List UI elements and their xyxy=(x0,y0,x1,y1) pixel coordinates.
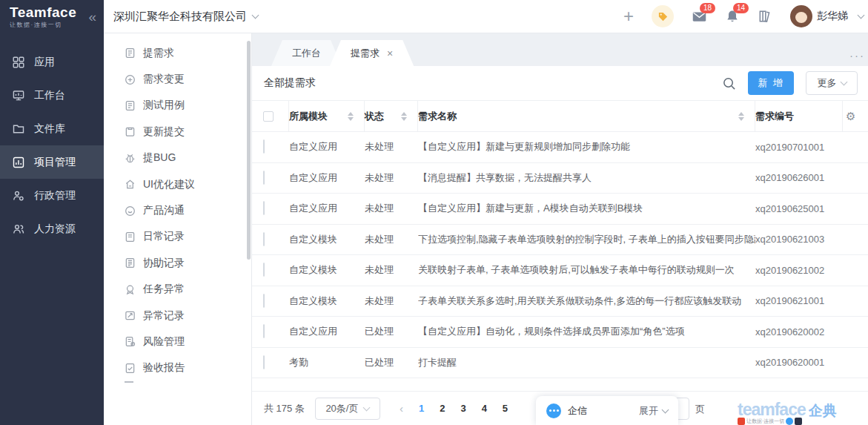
table-row[interactable]: 自定义应用 未处理 【自定义应用】新建与更新，A模块自动关联到B模块 xq201… xyxy=(252,194,868,225)
user-menu[interactable]: 彭华娣 xyxy=(790,5,864,27)
cell-module: 自定义模块 xyxy=(289,263,365,277)
cell-module: 自定义模块 xyxy=(289,294,365,308)
submenu-item-update[interactable]: 更新提交 xyxy=(104,119,251,145)
page-size-select[interactable]: 20条/页 xyxy=(315,398,380,420)
add-button[interactable]: 新 增 xyxy=(748,71,794,95)
table-row[interactable]: 自定义应用 未处理 【消息提醒】共享数据，无法提醒共享人 xq201906260… xyxy=(252,163,868,194)
page-number-2[interactable]: 2 xyxy=(440,403,445,414)
page-number-3[interactable]: 3 xyxy=(460,403,466,414)
submenu-item-assist[interactable]: 协助记录 xyxy=(104,250,251,276)
app-root: Teamface 让数据·连接一切 « 应用 工作台 文件库 项目管理 xyxy=(0,0,868,425)
chevron-down-icon xyxy=(858,12,865,19)
cell-module: 自定义应用 xyxy=(289,325,365,338)
submenu-label: 异常记录 xyxy=(143,309,185,323)
cell-name[interactable]: 下拉选项控制,隐藏子表单选项映射的控制字段时, 子表单上的插入按钮要同步隐藏 xyxy=(418,233,755,246)
tag-button[interactable] xyxy=(652,5,674,27)
submenu-list: 提需求 需求变更 测试用例 更新提交 提BUG UI优化建议 产品沟通 日常记录… xyxy=(104,33,251,381)
qixin-widget[interactable]: 企信 展开 xyxy=(536,396,678,425)
submenu-label: 协助记录 xyxy=(143,257,185,270)
cell-code: xq20190621001 xyxy=(755,295,843,306)
cell-code: xq20190620001 xyxy=(755,357,843,368)
submenu-item-acceptance[interactable]: 验收报告 xyxy=(104,355,251,381)
submenu-item-bug[interactable]: 提BUG xyxy=(104,145,251,171)
submenu-item-testcase[interactable]: 测试用例 xyxy=(104,93,251,119)
more-button[interactable]: 更多 xyxy=(806,71,858,95)
chevron-down-icon xyxy=(840,79,847,86)
qixin-expand-button[interactable]: 展开 xyxy=(639,404,668,418)
table-row[interactable]: 自定义应用 未处理 【自定义应用】新建与更新规则增加同步删除功能 xq20190… xyxy=(252,132,868,163)
page-number-5[interactable]: 5 xyxy=(503,403,508,414)
submenu-scrollbar[interactable] xyxy=(247,41,251,260)
submenu-label: 更新提交 xyxy=(143,125,185,139)
submenu-label: UI优化建议 xyxy=(143,178,195,191)
library-button[interactable] xyxy=(758,9,772,24)
tab-workbench[interactable]: 工作台 xyxy=(271,40,342,66)
row-checkbox[interactable] xyxy=(263,232,265,246)
nav-item-admin[interactable]: 行政管理 xyxy=(0,179,104,212)
row-checkbox[interactable] xyxy=(263,171,265,185)
submenu-item-requirement[interactable]: 提需求 xyxy=(104,40,251,66)
cell-name[interactable]: 【自定义应用】新建与更新，A模块自动关联到B模块 xyxy=(418,202,755,215)
submenu-item-partial xyxy=(125,381,133,386)
table-row[interactable]: 自定义模块 未处理 下拉选项控制,隐藏子表单选项映射的控制字段时, 子表单上的插… xyxy=(252,225,868,256)
collapse-sidebar-icon[interactable]: « xyxy=(88,9,96,25)
chevron-down-icon xyxy=(252,12,259,19)
row-checkbox[interactable] xyxy=(263,324,265,338)
tab-requirements[interactable]: 提需求 × xyxy=(330,40,414,66)
row-checkbox[interactable] xyxy=(263,201,265,215)
cell-code: xq20190621003 xyxy=(755,234,843,245)
cell-name[interactable]: 【自定义应用】新建与更新规则增加同步删除功能 xyxy=(418,140,755,154)
submenu-item-risk[interactable]: 风险管理 xyxy=(104,329,251,355)
company-switcher[interactable]: 深圳汇聚华企科技有限公司 xyxy=(113,10,258,24)
mail-button[interactable]: 18 xyxy=(692,9,707,24)
search-icon[interactable] xyxy=(722,76,736,90)
table-row[interactable]: 自定义应用 已处理 【自定义应用】自动化，规则条件选择成员界面添加“角色”选项 … xyxy=(252,317,868,348)
total-count: 共 175 条 xyxy=(264,402,305,415)
col-header-status: 状态 xyxy=(365,110,384,123)
sort-icon[interactable] xyxy=(738,112,744,121)
submenu-item-exception-log[interactable]: 异常记录 xyxy=(104,303,251,329)
row-checkbox[interactable] xyxy=(263,139,265,154)
table-row[interactable]: 自定义模块 未处理 关联映射子表单, 子表单选项映射后,可以触发子表单中每行的联… xyxy=(252,255,868,286)
col-header-name: 需求名称 xyxy=(418,110,457,123)
column-settings-gear-icon[interactable]: ⚙ xyxy=(846,110,855,123)
page-number-1[interactable]: 1 xyxy=(419,403,424,414)
prev-page-button[interactable]: ‹ xyxy=(400,402,403,415)
nav-item-apps[interactable]: 应用 xyxy=(0,45,104,79)
cell-name[interactable]: 打卡提醒 xyxy=(418,356,755,369)
close-icon[interactable]: × xyxy=(387,47,393,59)
nav-item-project[interactable]: 项目管理 xyxy=(0,145,104,179)
cell-name[interactable]: 【自定义应用】自动化，规则条件选择成员界面添加“角色”选项 xyxy=(418,325,755,338)
submenu-item-ui-suggest[interactable]: UI优化建议 xyxy=(104,171,251,197)
submenu-item-daily[interactable]: 日常记录 xyxy=(104,224,251,250)
tag-icon xyxy=(657,11,669,22)
submenu-item-change[interactable]: 需求变更 xyxy=(104,66,251,92)
submenu-item-task-exception[interactable]: 任务异常 xyxy=(104,277,251,303)
user-name: 彭华娣 xyxy=(817,10,848,23)
page-number-4[interactable]: 4 xyxy=(482,403,487,414)
cell-name[interactable]: 子表单关联关系多选时,用关联关系做联动条件,多选的每一行都应该触发联动 xyxy=(418,294,755,308)
row-checkbox[interactable] xyxy=(263,294,265,308)
table-row[interactable]: 自定义模块 未处理 子表单关联关系多选时,用关联关系做联动条件,多选的每一行都应… xyxy=(252,286,868,317)
bug-icon xyxy=(125,153,136,164)
nav-item-files[interactable]: 文件库 xyxy=(0,112,104,145)
cell-name[interactable]: 关联映射子表单, 子表单选项映射后,可以触发子表单中每行的联动规则一次 xyxy=(418,263,755,277)
submenu-label: 验收报告 xyxy=(143,361,185,375)
tab-overflow-icon[interactable]: ··· xyxy=(849,49,865,62)
cell-status: 已处理 xyxy=(365,356,418,369)
sort-icon[interactable] xyxy=(401,112,407,121)
col-header-module: 所属模块 xyxy=(289,110,328,123)
nav-label: 工作台 xyxy=(34,89,65,102)
sort-icon[interactable] xyxy=(348,112,354,121)
notifications-button[interactable]: 14 xyxy=(725,9,740,24)
row-checkbox[interactable] xyxy=(263,355,265,369)
submenu-item-product[interactable]: 产品沟通 xyxy=(104,197,251,223)
daily-log-icon xyxy=(125,231,136,243)
table-row[interactable]: 考勤 已处理 打卡提醒 xq20190620001 xyxy=(252,348,868,379)
select-all-checkbox[interactable] xyxy=(263,111,274,122)
cell-name[interactable]: 【消息提醒】共享数据，无法提醒共享人 xyxy=(418,171,755,185)
row-checkbox[interactable] xyxy=(263,263,265,277)
add-icon[interactable]: + xyxy=(623,9,634,24)
nav-item-hr[interactable]: 人力资源 xyxy=(0,212,104,246)
nav-item-workbench[interactable]: 工作台 xyxy=(0,79,104,112)
